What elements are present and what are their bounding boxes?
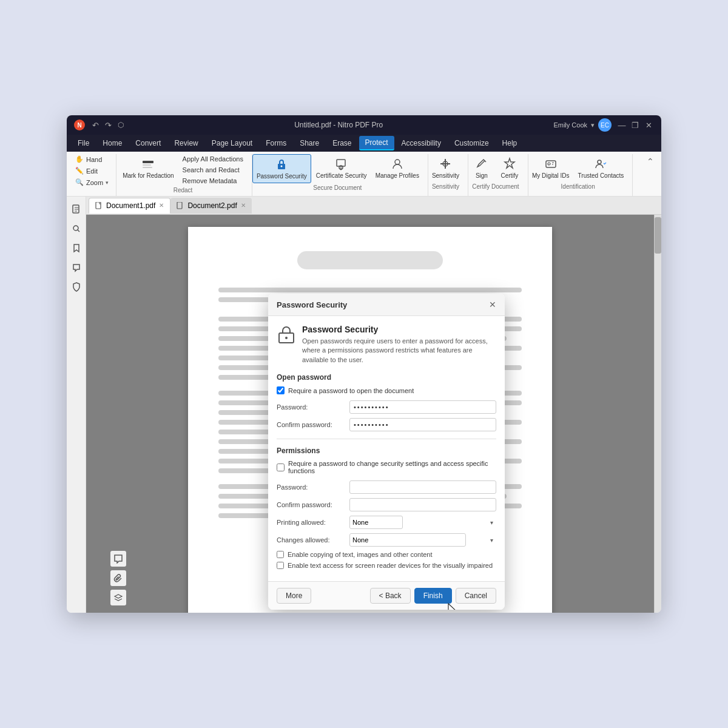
attachment-tool-btn[interactable]	[110, 570, 126, 586]
enable-screen-reader-label: Enable text access for screen reader dev…	[288, 562, 493, 569]
dialog-title-bar: Password Security ✕	[268, 294, 505, 316]
certify-label: Certify Document	[468, 182, 523, 192]
scrollbar-thumb[interactable]	[655, 217, 661, 254]
user-name: Emily Cook	[553, 121, 587, 129]
pages-panel-btn[interactable]	[69, 201, 84, 217]
search-panel-btn[interactable]	[69, 221, 84, 237]
back-button[interactable]: < Back	[370, 588, 411, 604]
title-bar-right: Emily Cook ▾ EC — ❐ ✕	[553, 118, 654, 132]
dialog-header: Password Security Open passwords require…	[277, 325, 496, 365]
certificate-security-btn[interactable]: Certificate Security	[312, 154, 371, 182]
menu-file[interactable]: File	[72, 136, 95, 150]
tab-document2-close[interactable]: ✕	[241, 202, 246, 209]
printing-select[interactable]: None Low Resolution High Resolution	[349, 516, 403, 529]
open-password-title: Open password	[277, 373, 496, 382]
svg-point-10	[548, 163, 550, 165]
view-tools-section: ✋ Hand ✏️ Edit 🔍 Zoom ▾	[72, 154, 116, 196]
perm-confirm-input[interactable]	[349, 498, 496, 511]
menu-help[interactable]: Help	[496, 136, 524, 150]
sensitivity-btn[interactable]: Sensitivity	[428, 154, 463, 182]
zoom-tool-btn[interactable]: 🔍 Zoom ▾	[72, 177, 112, 187]
svg-rect-0	[143, 161, 153, 163]
menu-accessibility[interactable]: Accessibility	[396, 136, 447, 150]
minimize-button[interactable]: —	[616, 120, 627, 130]
user-info: Emily Cook ▾ EC	[553, 118, 612, 132]
secure-doc-section: Password Security Certificate Security M…	[252, 154, 428, 196]
sign-btn[interactable]: Sign	[468, 154, 495, 182]
enable-screen-reader-checkbox[interactable]	[277, 562, 284, 569]
undo-button[interactable]: ↶	[90, 120, 101, 131]
identification-label: Identification	[528, 182, 627, 192]
perm-password-row: Password:	[277, 480, 496, 494]
svg-point-4	[281, 166, 283, 167]
title-bar-left: N ↶ ↷ ⬡	[74, 116, 124, 133]
footer-left: More	[277, 588, 366, 604]
dialog-header-text: Password Security Open passwords require…	[302, 325, 496, 365]
tab-document2[interactable]: Document2.pdf ✕	[170, 198, 251, 214]
hand-tool-btn[interactable]: ✋ Hand	[72, 154, 112, 164]
printing-allowed-label: Printing allowed:	[277, 519, 349, 526]
menu-home[interactable]: Home	[96, 136, 128, 150]
edit-tool-btn[interactable]: ✏️ Edit	[72, 166, 112, 176]
menu-review[interactable]: Review	[168, 136, 204, 150]
menu-share[interactable]: Share	[294, 136, 325, 150]
menu-protect[interactable]: Protect	[359, 136, 394, 150]
secure-section-label: Secure Document	[252, 183, 423, 194]
tab-document1[interactable]: Document1.pdf ✕	[89, 198, 170, 214]
finish-btn-wrapper: Finish	[414, 588, 452, 604]
menu-customize[interactable]: Customize	[448, 136, 495, 150]
menu-page-layout[interactable]: Page Layout	[206, 136, 258, 150]
my-digital-ids-btn[interactable]: My Digital IDs	[528, 154, 573, 182]
apply-redactions-btn[interactable]: Apply All Redactions	[179, 154, 247, 164]
manage-profiles-btn[interactable]: Manage Profiles	[372, 154, 423, 182]
collapse-btn[interactable]: ⌃	[644, 154, 656, 196]
tab-document1-close[interactable]: ✕	[159, 202, 164, 209]
remove-metadata-btn[interactable]: Remove Metadata	[179, 176, 247, 186]
require-permissions-row: Require a password to change security se…	[277, 460, 496, 474]
trusted-contacts-btn[interactable]: Trusted Contacts	[575, 154, 628, 182]
scrollbar[interactable]	[654, 215, 661, 613]
redo-button[interactable]: ↷	[103, 120, 114, 131]
more-button[interactable]: More	[277, 588, 311, 604]
finish-button[interactable]: Finish	[414, 588, 452, 604]
identification-group: My Digital IDs Trusted Contacts	[528, 154, 627, 182]
layers-tool-btn[interactable]	[110, 590, 126, 605]
dialog-heading: Password Security	[302, 325, 496, 334]
search-redact-btn[interactable]: Search and Redact	[179, 165, 247, 175]
certify-icon	[502, 157, 517, 171]
confirm-password-input[interactable]	[349, 418, 496, 431]
require-open-password-checkbox[interactable]	[277, 386, 285, 394]
password-security-btn[interactable]: Password Security	[252, 154, 311, 183]
enable-copy-row: Enable copying of text, images and other…	[277, 551, 496, 558]
close-button[interactable]: ✕	[643, 120, 654, 130]
perm-password-input[interactable]	[349, 480, 496, 494]
password-label: Password:	[277, 403, 349, 411]
svg-point-7	[395, 160, 400, 164]
app-logo: N	[74, 120, 85, 130]
mark-for-redaction-btn[interactable]: Mark for Redaction	[119, 154, 177, 182]
menu-bar: File Home Convert Review Page Layout For…	[67, 135, 661, 152]
cursor-tool-button[interactable]: ⬡	[118, 121, 124, 129]
comment-tool-btn[interactable]	[110, 551, 126, 567]
content-with-tabs: Document1.pdf ✕ Document2.pdf ✕	[86, 197, 661, 613]
dialog-footer: More < Back Finish Ca	[268, 581, 505, 610]
security-panel-btn[interactable]	[69, 279, 84, 295]
sensitivity-section: Sensitivity Sensitivity	[428, 154, 468, 196]
changes-select[interactable]: None Inserting, deleting and rotating pa…	[349, 533, 466, 547]
trusted-contacts-icon	[593, 157, 608, 171]
annotations-panel-btn[interactable]	[69, 260, 84, 275]
menu-convert[interactable]: Convert	[129, 136, 167, 150]
manage-profiles-icon	[390, 157, 405, 171]
dropdown-icon[interactable]: ▾	[591, 121, 595, 129]
cancel-button[interactable]: Cancel	[456, 588, 496, 604]
menu-forms[interactable]: Forms	[260, 136, 292, 150]
certify-btn[interactable]: Certify	[496, 154, 523, 182]
enable-copy-checkbox[interactable]	[277, 551, 284, 558]
undo-redo-group: ↶ ↷	[90, 120, 114, 131]
password-input[interactable]	[349, 400, 496, 414]
dialog-close-btn[interactable]: ✕	[489, 300, 496, 309]
bookmarks-panel-btn[interactable]	[69, 240, 84, 256]
menu-erase[interactable]: Erase	[326, 136, 357, 150]
maximize-button[interactable]: ❐	[630, 120, 641, 130]
require-permissions-checkbox[interactable]	[277, 463, 285, 471]
